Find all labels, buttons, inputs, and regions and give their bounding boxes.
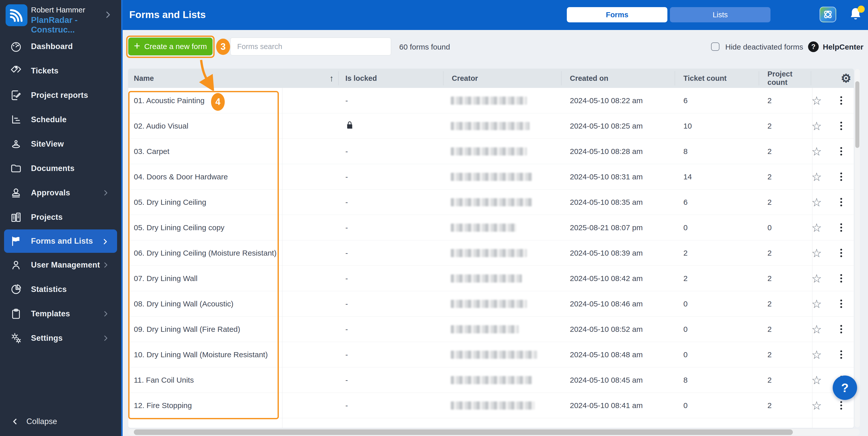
account-switcher[interactable]: Robert Hammer PlanRadar - Construc... bbox=[0, 0, 121, 30]
table-row[interactable]: 07. Dry Lining Wall - 2024-05-10 08:42 a… bbox=[128, 266, 854, 291]
project-count-cell: 2 bbox=[759, 350, 811, 359]
favorite-star-icon[interactable]: ☆ bbox=[811, 374, 822, 386]
column-header-is-locked[interactable]: Is locked bbox=[338, 74, 443, 83]
favorite-star-icon[interactable]: ☆ bbox=[811, 400, 822, 411]
sidebar-item-schedule[interactable]: Schedule bbox=[0, 108, 121, 132]
form-name[interactable]: 04. Doors & Door Hardware bbox=[128, 173, 338, 181]
favorite-star-icon[interactable]: ☆ bbox=[811, 323, 822, 335]
favorite-star-icon[interactable]: ☆ bbox=[811, 298, 822, 310]
sidebar-item-tickets[interactable]: Tickets bbox=[0, 59, 121, 83]
favorite-star-icon[interactable]: ☆ bbox=[811, 120, 822, 132]
table-row[interactable]: 05. Dry Lining Ceiling - 2024-05-10 08:3… bbox=[128, 190, 854, 215]
form-name[interactable]: 08. Dry Lining Wall (Acoustic) bbox=[128, 299, 338, 308]
sidebar-item-projects[interactable]: Projects bbox=[0, 205, 121, 229]
row-menu-kebab-icon[interactable] bbox=[839, 349, 844, 360]
is-locked-cell: - bbox=[338, 401, 443, 410]
sidebar-item-statistics[interactable]: Statistics bbox=[0, 277, 121, 301]
favorite-star-icon[interactable]: ☆ bbox=[811, 273, 822, 284]
row-actions: ☆ bbox=[811, 349, 854, 360]
column-header-created-on[interactable]: Created on bbox=[561, 74, 675, 83]
column-settings-cell: ⚙ bbox=[811, 72, 854, 84]
sidebar-item-forms-lists[interactable]: Forms and Lists bbox=[4, 229, 117, 253]
forms-search-input[interactable] bbox=[230, 38, 391, 55]
row-menu-kebab-icon[interactable] bbox=[839, 171, 844, 182]
table-row[interactable]: 04. Doors & Door Hardware - 2024-05-10 0… bbox=[128, 164, 854, 190]
form-name[interactable]: 01. Acoustic Painting bbox=[128, 96, 338, 105]
table-row[interactable]: 10. Dry Lining Wall (Moisture Resistant)… bbox=[128, 342, 854, 368]
help-question-icon[interactable]: ? bbox=[808, 41, 819, 52]
connect-app-icon[interactable] bbox=[819, 7, 836, 22]
row-menu-kebab-icon[interactable] bbox=[839, 120, 844, 132]
form-name[interactable]: 11. Fan Coil Units bbox=[128, 376, 338, 384]
form-name[interactable]: 10. Dry Lining Wall (Moisture Resistant) bbox=[128, 350, 338, 359]
sidebar-item-user-management[interactable]: User Management bbox=[0, 253, 121, 277]
favorite-star-icon[interactable]: ☆ bbox=[811, 222, 822, 233]
row-menu-kebab-icon[interactable] bbox=[839, 146, 844, 157]
favorite-star-icon[interactable]: ☆ bbox=[811, 349, 822, 360]
sidebar-item-label: Schedule bbox=[31, 115, 66, 124]
hide-deactivated-checkbox[interactable] bbox=[711, 42, 719, 51]
table-row[interactable]: 09. Dry Lining Wall (Fire Rated) - 2024-… bbox=[128, 317, 854, 342]
form-name[interactable]: 12. Fire Stopping bbox=[128, 401, 338, 410]
row-menu-kebab-icon[interactable] bbox=[839, 400, 844, 411]
table-row[interactable]: 08. Dry Lining Wall (Acoustic) - 2024-05… bbox=[128, 291, 854, 317]
form-name[interactable]: 03. Carpet bbox=[128, 147, 338, 156]
row-menu-kebab-icon[interactable] bbox=[839, 196, 844, 208]
row-menu-kebab-icon[interactable] bbox=[839, 298, 844, 310]
sidebar-item-project-reports[interactable]: Project reports bbox=[0, 83, 121, 108]
hide-deactivated-label[interactable]: Hide deactivated forms bbox=[725, 43, 803, 51]
horizontal-scrollbar-thumb[interactable] bbox=[134, 429, 793, 435]
row-actions: ☆ bbox=[811, 146, 854, 157]
floating-help-button[interactable]: ? bbox=[833, 376, 857, 400]
tab-forms[interactable]: Forms bbox=[567, 7, 668, 22]
ticket-count-cell: 2 bbox=[675, 274, 759, 283]
table-row[interactable]: 05. Dry Lining Ceiling copy - 2025-08-21… bbox=[128, 215, 854, 240]
form-name[interactable]: 05. Dry Lining Ceiling bbox=[128, 198, 338, 207]
form-name[interactable]: 05. Dry Lining Ceiling copy bbox=[128, 223, 338, 232]
sidebar-item-settings[interactable]: Settings bbox=[0, 326, 121, 350]
form-name[interactable]: 09. Dry Lining Wall (Fire Rated) bbox=[128, 325, 338, 333]
sidebar-item-siteview[interactable]: SiteView bbox=[0, 132, 121, 156]
sidebar-item-label: Tickets bbox=[31, 66, 58, 76]
column-header-creator[interactable]: Creator bbox=[443, 74, 561, 83]
favorite-star-icon[interactable]: ☆ bbox=[811, 247, 822, 259]
favorite-star-icon[interactable]: ☆ bbox=[811, 171, 822, 183]
favorite-star-icon[interactable]: ☆ bbox=[811, 196, 822, 208]
table-row[interactable]: 02. Audio Visual 2024-05-10 08:25 am 10 … bbox=[128, 113, 854, 139]
row-menu-kebab-icon[interactable] bbox=[839, 222, 844, 233]
collapse-button[interactable]: Collapse bbox=[0, 413, 121, 430]
column-header-ticket-count[interactable]: Ticket count bbox=[675, 74, 759, 83]
form-name[interactable]: 06. Dry Lining Ceiling (Moisture Resista… bbox=[128, 249, 338, 257]
create-new-form-button[interactable]: + Create a new form bbox=[128, 38, 213, 55]
sidebar-item-templates[interactable]: Templates bbox=[0, 301, 121, 326]
column-header-project-count[interactable]: Project count bbox=[759, 70, 811, 87]
sort-ascending-icon[interactable]: ↑ bbox=[329, 74, 334, 83]
row-menu-kebab-icon[interactable] bbox=[839, 95, 844, 106]
sidebar-item-documents[interactable]: Documents bbox=[0, 156, 121, 181]
sidebar-item-approvals[interactable]: Approvals bbox=[0, 181, 121, 205]
table-row[interactable]: 11. Fan Coil Units - 2024-05-10 08:45 am… bbox=[128, 368, 854, 393]
helpcenter-label[interactable]: HelpCenter bbox=[823, 43, 863, 51]
table-row[interactable]: 06. Dry Lining Ceiling (Moisture Resista… bbox=[128, 240, 854, 266]
column-header-name[interactable]: Name ↑ bbox=[128, 74, 338, 83]
table-row[interactable]: 12. Fire Stopping - 2024-05-10 08:41 am … bbox=[128, 393, 854, 418]
form-name[interactable]: 02. Audio Visual bbox=[128, 122, 338, 130]
vertical-scrollbar-thumb[interactable] bbox=[855, 81, 859, 148]
row-menu-kebab-icon[interactable] bbox=[839, 273, 844, 284]
tab-lists[interactable]: Lists bbox=[670, 7, 771, 22]
creator-name-blurred bbox=[451, 351, 537, 359]
project-count-cell: 2 bbox=[759, 401, 811, 410]
favorite-star-icon[interactable]: ☆ bbox=[811, 95, 822, 107]
favorite-star-icon[interactable]: ☆ bbox=[811, 146, 822, 157]
notifications-bell-icon[interactable] bbox=[847, 6, 865, 24]
sidebar-item-dashboard[interactable]: Dashboard bbox=[0, 34, 121, 59]
row-menu-kebab-icon[interactable] bbox=[839, 323, 844, 335]
gear-icon[interactable]: ⚙ bbox=[841, 72, 851, 84]
table-row[interactable]: 03. Carpet - 2024-05-10 08:28 am 8 2 ☆ bbox=[128, 139, 854, 164]
ticket-count-cell: 6 bbox=[675, 96, 759, 105]
form-name[interactable]: 07. Dry Lining Wall bbox=[128, 274, 338, 283]
row-actions: ☆ bbox=[811, 298, 854, 310]
table-row[interactable]: 01. Acoustic Painting - 2024-05-10 08:22… bbox=[128, 88, 854, 113]
row-menu-kebab-icon[interactable] bbox=[839, 247, 844, 259]
ticket-count-cell: 0 bbox=[675, 223, 759, 232]
